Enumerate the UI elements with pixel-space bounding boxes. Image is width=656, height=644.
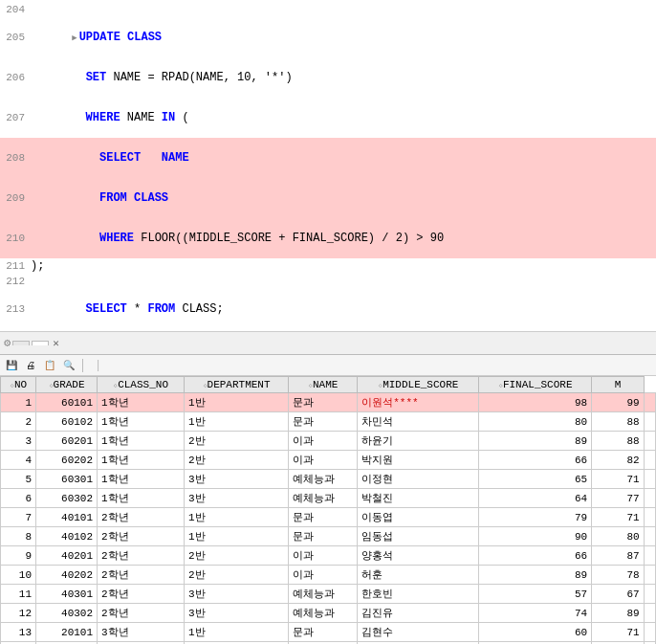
table-cell: 40301 (36, 585, 98, 604)
table-cell: 60201 (36, 432, 98, 451)
table-cell: 71 (592, 508, 644, 527)
table-cell (644, 489, 655, 508)
table-cell: 99 (592, 393, 644, 412)
table-cell: 89 (592, 604, 644, 623)
table-cell: 10 (1, 566, 36, 585)
table-cell (644, 470, 655, 489)
separator (82, 359, 83, 372)
sort-icon[interactable]: ⬦ (378, 381, 383, 390)
table-cell: 1학년 (98, 489, 185, 508)
table-cell: 2 (1, 412, 36, 432)
table-cell: 2학년 (98, 604, 185, 623)
tab-script-output[interactable] (12, 341, 30, 345)
table-cell: 이동엽 (358, 508, 479, 527)
table-cell: 2학년 (98, 508, 185, 527)
table-cell: 2반 (185, 546, 289, 566)
table-cell (644, 623, 655, 642)
table-cell: 3반 (185, 604, 289, 623)
table-cell: 예체능과 (289, 585, 358, 604)
table-cell: 40101 (36, 508, 98, 527)
line-number: 212 (2, 276, 31, 287)
col-header-final-score: ⬦FINAL_SCORE (479, 377, 592, 393)
table-cell: 2반 (185, 566, 289, 585)
line-content: SET NAME = RPAD(NAME, 10, '*') (31, 57, 654, 98)
sort-icon[interactable]: ⬦ (10, 381, 14, 390)
table-cell: 3반 (185, 470, 289, 489)
table-cell: 예체능과 (289, 470, 358, 489)
sort-icon[interactable]: ⬦ (113, 381, 118, 390)
separator2: | (95, 359, 101, 372)
editor-area: 204 205 ▶UPDATE CLASS 206 SET NAME = RPA… (0, 0, 656, 332)
table-cell: 문과 (289, 412, 358, 432)
table-row: 4602021학년2반이과박지원6682 (1, 451, 656, 470)
table-cell: 한호빈 (358, 585, 479, 604)
code-line-213: 213 SELECT * FROM CLASS; (0, 289, 656, 329)
table-cell: 이과 (289, 566, 358, 585)
copy-icon[interactable]: 📋 (42, 358, 57, 373)
table-cell: 이과 (289, 432, 358, 451)
table-cell: 이과 (289, 546, 358, 566)
table-cell: 1반 (185, 393, 289, 412)
line-number: 211 (2, 260, 31, 272)
sort-icon[interactable]: ⬦ (498, 381, 503, 390)
col-header-middle-score: ⬦MIDDLE_SCORE (358, 377, 479, 393)
line-content: SELECT NAME (31, 138, 654, 178)
table-cell: 양홍석 (358, 546, 479, 566)
code-line-204: 204 (0, 2, 656, 17)
table-cell: 7 (1, 508, 36, 527)
tab-query-result[interactable] (32, 341, 49, 345)
code-line-212: 212 (0, 274, 656, 289)
table-cell: 4 (1, 451, 36, 470)
sort-icon[interactable]: ⬦ (203, 381, 208, 390)
table-body: 1601011학년1반문과이원석****98992601021학년1반문과차민석… (1, 393, 656, 645)
table-cell: 60102 (36, 412, 98, 432)
table-cell: 1학년 (98, 432, 185, 451)
line-content (31, 275, 654, 288)
table-cell (644, 393, 655, 412)
table-cell: 66 (479, 451, 592, 470)
table-cell: 3학년 (98, 623, 185, 642)
col-header-class-no: ⬦CLASS_NO (98, 377, 185, 393)
table-cell: 문과 (289, 393, 358, 412)
table-cell: 40202 (36, 566, 98, 585)
save-icon[interactable]: 💾 (4, 358, 19, 373)
line-number: 205 (2, 32, 31, 43)
table-row: 13201013학년1반문과김현수6071 (1, 623, 656, 642)
line-number: 208 (2, 152, 31, 164)
table-cell: 1반 (185, 527, 289, 546)
table-row: 1601011학년1반문과이원석****9899 (1, 393, 656, 412)
table-cell (644, 412, 655, 432)
table-cell (644, 566, 655, 585)
table-cell: 박지원 (358, 451, 479, 470)
table-cell: 1반 (185, 623, 289, 642)
expand-icon: ▶ (72, 33, 77, 43)
table-cell: 2학년 (98, 546, 185, 566)
table-cell: 74 (479, 604, 592, 623)
sort-icon[interactable]: ⬦ (49, 381, 54, 390)
table-cell: 98 (479, 393, 592, 412)
table-cell: 57 (479, 585, 592, 604)
code-line-210: 210 WHERE FLOOR((MIDDLE_SCORE + FINAL_SC… (0, 218, 656, 258)
table-cell: 13 (1, 623, 36, 642)
table-cell: 11 (1, 585, 36, 604)
table-cell: 71 (592, 623, 644, 642)
results-toolbar: 💾 🖨 📋 🔍 | (0, 355, 656, 376)
print-icon[interactable]: 🖨 (23, 358, 38, 373)
line-content: ); (31, 259, 654, 273)
code-line-208: 208 SELECT NAME (0, 138, 656, 178)
filter-icon[interactable]: 🔍 (61, 358, 77, 373)
table-cell: 문과 (289, 508, 358, 527)
table-cell: 예체능과 (289, 489, 358, 508)
table-cell: 2학년 (98, 527, 185, 546)
table-cell (644, 585, 655, 604)
close-icon[interactable]: ✕ (53, 337, 59, 349)
table-cell: 예체능과 (289, 604, 358, 623)
table-cell: 89 (479, 432, 592, 451)
table-cell (644, 432, 655, 451)
line-number: 206 (2, 72, 31, 83)
table-cell: 2반 (185, 432, 289, 451)
sort-icon[interactable]: ⬦ (308, 381, 313, 390)
table-cell: 20101 (36, 623, 98, 642)
table-cell: 80 (592, 527, 644, 546)
table-row: 11403012학년3반예체능과한호빈5767 (1, 585, 656, 604)
